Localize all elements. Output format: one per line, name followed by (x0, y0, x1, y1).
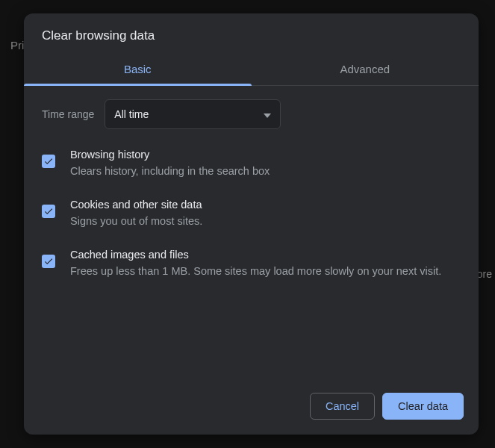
time-range-row: Time range All time (42, 99, 461, 129)
dialog-body: Time range All time Browsing history Cle… (24, 86, 479, 381)
tab-basic[interactable]: Basic (24, 54, 252, 85)
option-desc: Signs you out of most sites. (70, 214, 461, 229)
check-icon (43, 156, 54, 167)
time-range-label: Time range (42, 108, 94, 120)
dialog-footer: Cancel Clear data (24, 381, 479, 435)
option-text: Browsing history Clears history, includi… (70, 149, 461, 179)
chevron-down-icon (264, 108, 271, 120)
clear-browsing-data-dialog: Clear browsing data Basic Advanced Time … (24, 13, 479, 435)
time-range-value: All time (114, 108, 149, 120)
tabs: Basic Advanced (24, 54, 479, 86)
option-cookies: Cookies and other site data Signs you ou… (42, 199, 461, 229)
cancel-button[interactable]: Cancel (310, 393, 375, 420)
option-text: Cookies and other site data Signs you ou… (70, 199, 461, 229)
checkbox-cached[interactable] (42, 255, 55, 268)
dialog-header: Clear browsing data (24, 13, 479, 54)
checkbox-cookies[interactable] (42, 205, 55, 218)
dialog-title: Clear browsing data (42, 28, 461, 43)
clear-data-button[interactable]: Clear data (382, 393, 464, 420)
tab-advanced[interactable]: Advanced (252, 54, 479, 85)
option-text: Cached images and files Frees up less th… (70, 249, 461, 279)
checkbox-browsing-history[interactable] (42, 155, 55, 168)
time-range-select[interactable]: All time (105, 99, 281, 129)
option-title: Cached images and files (70, 249, 461, 261)
option-title: Browsing history (70, 149, 461, 161)
option-title: Cookies and other site data (70, 199, 461, 211)
option-desc: Clears history, including in the search … (70, 164, 461, 179)
option-browsing-history: Browsing history Clears history, includi… (42, 149, 461, 179)
check-icon (43, 206, 54, 217)
option-cached: Cached images and files Frees up less th… (42, 249, 461, 279)
option-desc: Frees up less than 1 MB. Some sites may … (70, 264, 461, 279)
check-icon (43, 256, 54, 267)
